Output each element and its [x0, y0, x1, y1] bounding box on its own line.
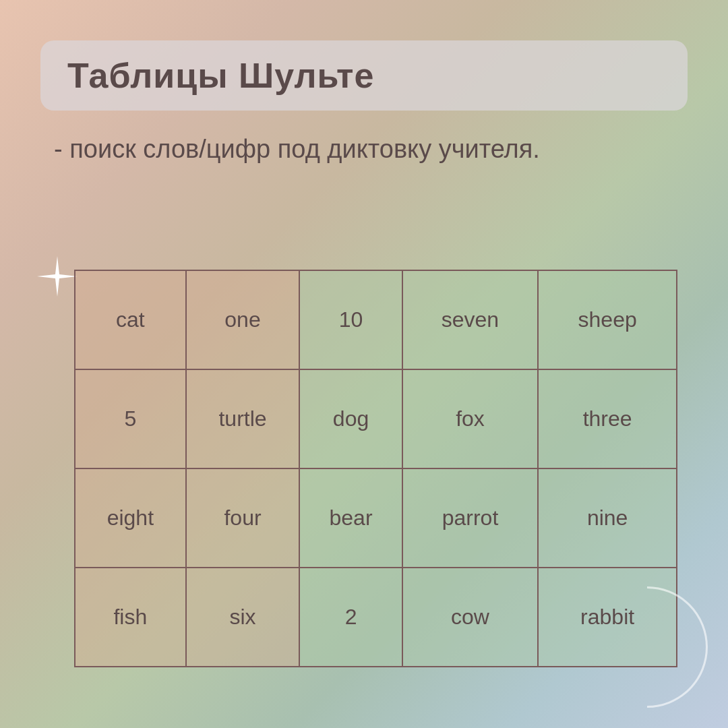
table-cell[interactable]: dog [299, 369, 402, 468]
table-cell[interactable]: four [186, 468, 300, 568]
table-cell[interactable]: nine [538, 468, 677, 568]
table-row: catone10sevensheep [75, 270, 677, 369]
table-cell[interactable]: 10 [299, 270, 402, 369]
table-cell[interactable]: fox [402, 369, 539, 468]
table-cell[interactable]: six [186, 568, 300, 667]
table-cell[interactable]: cow [402, 568, 539, 667]
table-cell[interactable]: sheep [538, 270, 677, 369]
title-bar: Таблицы Шульте [40, 40, 688, 111]
table-cell[interactable]: fish [75, 568, 186, 667]
table-row: eightfourbearparrotnine [75, 468, 677, 568]
table-cell[interactable]: 5 [75, 369, 186, 468]
star-icon [37, 256, 78, 297]
table-cell[interactable]: turtle [186, 369, 300, 468]
table-cell[interactable]: three [538, 369, 677, 468]
subtitle: - поиск слов/цифр под диктовку учителя. [54, 131, 674, 167]
table-cell[interactable]: cat [75, 270, 186, 369]
table-row: 5turtledogfoxthree [75, 369, 677, 468]
page-title: Таблицы Шульте [67, 56, 374, 95]
table-cell[interactable]: parrot [402, 468, 539, 568]
table-cell[interactable]: seven [402, 270, 539, 369]
table-cell[interactable]: bear [299, 468, 402, 568]
table-cell[interactable]: eight [75, 468, 186, 568]
schulte-table-container: catone10sevensheep5turtledogfoxthreeeigh… [74, 270, 677, 667]
table-cell[interactable]: one [186, 270, 300, 369]
table-cell[interactable]: 2 [299, 568, 402, 667]
table-row: fishsix2cowrabbit [75, 568, 677, 667]
schulte-table: catone10sevensheep5turtledogfoxthreeeigh… [74, 270, 677, 667]
